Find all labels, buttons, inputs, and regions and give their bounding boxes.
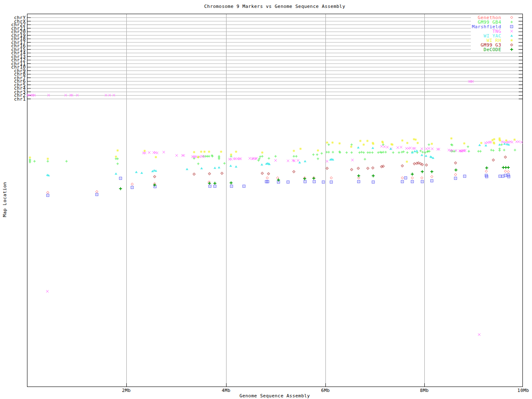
- data-point: [514, 149, 516, 151]
- data-point-glyph: [115, 172, 117, 175]
- data-point: [478, 333, 480, 336]
- x-axis-ticks: 2Mb4Mb6Mb8Mb10Mb: [122, 383, 529, 393]
- data-point-glyph: [421, 170, 424, 173]
- x-gridlines: [127, 14, 425, 387]
- data-point: [47, 158, 49, 160]
- data-point: [511, 141, 513, 143]
- data-point: [230, 185, 233, 187]
- data-point-glyph: [358, 151, 361, 154]
- data-point: [287, 181, 289, 183]
- data-point: [266, 177, 268, 179]
- data-point: [330, 177, 332, 179]
- data-point: [295, 155, 298, 158]
- data-point-dot: [493, 160, 494, 160]
- data-point-glyph: [402, 150, 405, 153]
- data-point: [377, 151, 379, 154]
- data-point: [421, 170, 424, 173]
- data-point: [478, 144, 481, 146]
- data-point-dot: [358, 181, 359, 182]
- data-point-glyph: [411, 151, 414, 153]
- data-point: [298, 161, 301, 163]
- data-point: [513, 138, 516, 141]
- data-point: [181, 154, 184, 157]
- data-point-glyph: [485, 167, 488, 170]
- data-point-glyph: [223, 162, 226, 165]
- data-point-dot: [367, 168, 368, 169]
- data-point-glyph: [382, 141, 384, 144]
- data-point-dot: [268, 173, 269, 174]
- data-point-glyph: [431, 170, 433, 173]
- data-point-glyph: [197, 156, 200, 158]
- data-point-glyph: [115, 155, 117, 158]
- data-point-dot: [194, 174, 195, 175]
- data-point: [438, 148, 440, 150]
- data-point-glyph: [197, 163, 200, 165]
- data-point-glyph: [191, 155, 194, 158]
- data-point: [364, 158, 366, 160]
- data-point-glyph: [148, 151, 150, 154]
- data-point-glyph: [436, 148, 439, 150]
- data-point-dot: [426, 165, 427, 165]
- data-point-glyph: [507, 170, 510, 173]
- data-point-dot: [331, 182, 332, 182]
- data-point: [330, 181, 332, 183]
- data-point: [131, 186, 133, 189]
- data-point-dot: [505, 157, 506, 158]
- data-point: [389, 148, 392, 150]
- data-point: [47, 191, 49, 194]
- data-point-glyph: [338, 142, 341, 145]
- data-point-glyph: [428, 143, 430, 146]
- data-point: [194, 155, 196, 158]
- data-point: [406, 160, 408, 163]
- data-point: [499, 175, 501, 177]
- data-point-glyph: [493, 138, 495, 140]
- series-wi-yac: [46, 143, 510, 176]
- data-point-dot: [422, 164, 423, 165]
- data-point-glyph: [175, 154, 178, 157]
- data-point: [404, 177, 407, 179]
- data-point-glyph: [116, 158, 119, 160]
- data-point: [425, 164, 428, 166]
- data-point: [485, 170, 488, 172]
- data-point-glyph: [428, 147, 430, 150]
- data-point-glyph: [200, 167, 203, 169]
- x-tick-label: 6Mb: [321, 388, 330, 393]
- data-point-glyph: [380, 145, 383, 148]
- data-point-glyph: [46, 290, 49, 293]
- data-point: [498, 149, 501, 152]
- data-point-glyph: [454, 173, 457, 176]
- data-point: [414, 138, 417, 141]
- data-point: [119, 187, 122, 190]
- data-point: [454, 162, 457, 164]
- data-point: [234, 158, 237, 160]
- data-point-glyph: [230, 153, 232, 156]
- data-point-dot: [267, 181, 268, 182]
- chromosome-row-label: chr1: [14, 96, 26, 102]
- data-point-glyph: [359, 140, 362, 142]
- data-point-glyph: [293, 150, 295, 152]
- data-point-glyph: [96, 190, 98, 193]
- data-point: [431, 148, 433, 150]
- data-point-dot: [373, 182, 374, 182]
- data-point-glyph: [144, 152, 146, 154]
- data-point: [261, 155, 264, 158]
- data-point: [411, 151, 414, 153]
- data-point: [332, 151, 334, 153]
- data-point: [29, 156, 31, 159]
- data-point-dot: [502, 176, 503, 177]
- data-point-glyph: [328, 143, 330, 146]
- data-point-glyph: [485, 144, 487, 146]
- plot-area: chrYchrXchr22chr21chr20chr19chr18chr17ch…: [0, 0, 532, 399]
- data-point-glyph: [507, 166, 510, 169]
- data-point: [200, 150, 202, 153]
- data-point-glyph: [29, 156, 31, 159]
- data-point-glyph: [421, 148, 423, 150]
- data-point-dot: [293, 171, 294, 172]
- data-point-glyph: [389, 148, 392, 150]
- data-point: [317, 149, 319, 152]
- data-point: [411, 180, 414, 183]
- data-point: [507, 166, 510, 169]
- data-point: [401, 180, 404, 183]
- data-point: [517, 140, 520, 143]
- data-point: [428, 150, 431, 153]
